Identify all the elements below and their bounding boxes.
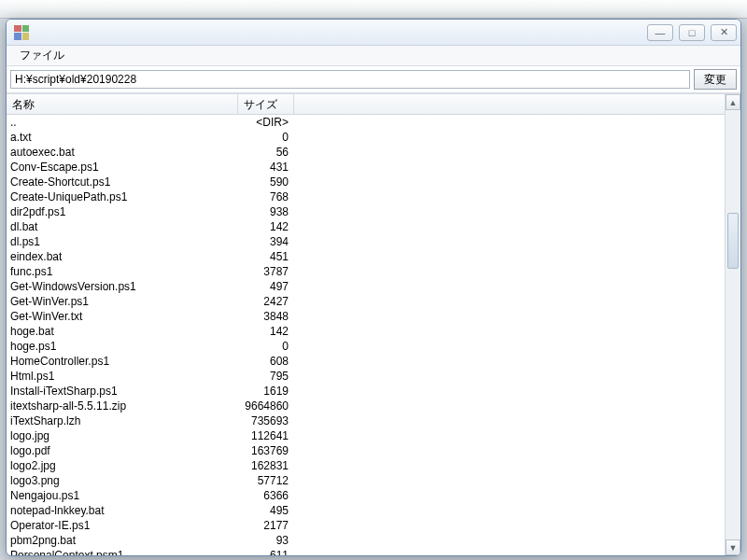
column-header-size[interactable]: サイズ — [238, 94, 294, 114]
file-name-cell: dl.bat — [7, 219, 238, 234]
file-name-cell: dl.ps1 — [7, 234, 238, 249]
file-list-area: 名称 サイズ ..<DIR>a.txt0autoexec.bat56Conv-E… — [7, 93, 740, 555]
file-size-cell: 9664860 — [238, 399, 294, 413]
file-row[interactable]: Create-UniquePath.ps1768 — [7, 189, 725, 204]
file-row[interactable]: a.txt0 — [7, 130, 725, 145]
scroll-down-arrow-icon[interactable]: ▼ — [726, 539, 740, 555]
file-size-cell: 142 — [238, 324, 294, 339]
file-name-cell: Nengajou.ps1 — [7, 488, 238, 503]
file-name-cell: HomeController.ps1 — [7, 354, 238, 369]
file-row[interactable]: Get-WinVer.ps12427 — [7, 294, 725, 309]
vertical-scrollbar[interactable]: ▲ ▼ — [725, 94, 740, 555]
file-size-cell: 590 — [238, 175, 294, 189]
file-row[interactable]: Conv-Escape.ps1431 — [7, 160, 725, 175]
file-size-cell: 938 — [238, 204, 294, 219]
file-size-cell: 162831 — [238, 458, 294, 473]
file-name-cell: logo.pdf — [7, 443, 238, 458]
scroll-track[interactable] — [726, 110, 740, 539]
file-name-cell: PersonalContext.psm1 — [7, 548, 238, 555]
file-row[interactable]: HomeController.ps1608 — [7, 354, 725, 369]
change-button[interactable]: 変更 — [694, 69, 737, 90]
file-row[interactable]: ..<DIR> — [7, 115, 725, 130]
file-size-cell: <DIR> — [238, 115, 294, 130]
file-size-cell: 497 — [238, 279, 294, 294]
file-size-cell: 93 — [238, 533, 294, 548]
file-size-cell: 1619 — [238, 384, 294, 399]
file-name-cell: Conv-Escape.ps1 — [7, 160, 238, 175]
file-row[interactable]: dl.ps1394 — [7, 234, 725, 249]
file-name-cell: .. — [7, 115, 238, 130]
file-size-cell: 611 — [238, 548, 294, 555]
minimize-button[interactable]: — — [647, 24, 673, 41]
file-size-cell: 57712 — [238, 473, 294, 488]
file-name-cell: func.ps1 — [7, 264, 238, 279]
file-row[interactable]: Nengajou.ps16366 — [7, 488, 725, 503]
file-row[interactable]: autoexec.bat56 — [7, 145, 725, 160]
file-size-cell: 735693 — [238, 413, 294, 428]
file-name-cell: Install-iTextSharp.ps1 — [7, 384, 238, 399]
file-size-cell: 56 — [238, 145, 294, 160]
file-row[interactable]: iTextSharp.lzh735693 — [7, 413, 725, 428]
file-row[interactable]: Get-WinVer.txt3848 — [7, 309, 725, 324]
file-size-cell: 0 — [238, 130, 294, 145]
file-row[interactable]: dl.bat142 — [7, 219, 725, 234]
file-size-cell: 394 — [238, 234, 294, 249]
menubar: ファイル — [7, 46, 740, 66]
file-name-cell: Get-WinVer.ps1 — [7, 294, 238, 309]
file-size-cell: 2427 — [238, 294, 294, 309]
file-row[interactable]: hoge.bat142 — [7, 324, 725, 339]
browser-chrome-bar — [0, 0, 747, 19]
file-row[interactable]: Install-iTextSharp.ps11619 — [7, 384, 725, 399]
file-row[interactable]: Operator-IE.ps12177 — [7, 518, 725, 533]
file-row[interactable]: itextsharp-all-5.5.11.zip9664860 — [7, 399, 725, 413]
file-name-cell: a.txt — [7, 130, 238, 145]
file-row[interactable]: Html.ps1795 — [7, 369, 725, 384]
column-header-name[interactable]: 名称 — [7, 94, 238, 114]
file-row[interactable]: logo3.png57712 — [7, 473, 725, 488]
file-listview[interactable]: 名称 サイズ ..<DIR>a.txt0autoexec.bat56Conv-E… — [7, 94, 725, 555]
column-header-row: 名称 サイズ — [7, 94, 725, 115]
file-row[interactable]: dir2pdf.ps1938 — [7, 204, 725, 219]
column-header-spacer — [294, 94, 725, 114]
scroll-thumb[interactable] — [727, 213, 739, 269]
file-size-cell: 0 — [238, 339, 294, 354]
file-size-cell: 495 — [238, 503, 294, 518]
file-row[interactable]: eindex.bat451 — [7, 249, 725, 264]
file-row[interactable]: logo.pdf163769 — [7, 443, 725, 458]
maximize-button[interactable]: □ — [679, 24, 705, 41]
path-input[interactable] — [10, 70, 690, 89]
file-row[interactable]: logo2.jpg162831 — [7, 458, 725, 473]
file-size-cell: 112641 — [238, 428, 294, 443]
file-name-cell: eindex.bat — [7, 249, 238, 264]
menu-file[interactable]: ファイル — [12, 46, 72, 65]
file-row[interactable]: logo.jpg112641 — [7, 428, 725, 443]
file-size-cell: 431 — [238, 160, 294, 175]
file-name-cell: logo.jpg — [7, 428, 238, 443]
file-size-cell: 768 — [238, 189, 294, 204]
close-button[interactable]: ✕ — [711, 24, 737, 41]
file-name-cell: itextsharp-all-5.5.11.zip — [7, 399, 238, 413]
file-size-cell: 795 — [238, 369, 294, 384]
file-name-cell: autoexec.bat — [7, 145, 238, 160]
file-row[interactable]: PersonalContext.psm1611 — [7, 548, 725, 555]
file-size-cell: 142 — [238, 219, 294, 234]
file-row[interactable]: hoge.ps10 — [7, 339, 725, 354]
file-size-cell: 451 — [238, 249, 294, 264]
file-row[interactable]: pbm2png.bat93 — [7, 533, 725, 548]
titlebar: — □ ✕ — [7, 20, 740, 46]
file-size-cell: 2177 — [238, 518, 294, 533]
file-name-cell: pbm2png.bat — [7, 533, 238, 548]
file-size-cell: 608 — [238, 354, 294, 369]
file-row[interactable]: Get-WindowsVersion.ps1497 — [7, 279, 725, 294]
file-row[interactable]: notepad-lnkkey.bat495 — [7, 503, 725, 518]
app-window: — □ ✕ ファイル 変更 名称 サイズ ..<DIR>a.txt0autoex… — [6, 19, 741, 556]
file-name-cell: logo2.jpg — [7, 458, 238, 473]
file-name-cell: notepad-lnkkey.bat — [7, 503, 238, 518]
scroll-up-arrow-icon[interactable]: ▲ — [726, 94, 740, 110]
file-row[interactable]: func.ps13787 — [7, 264, 725, 279]
file-size-cell: 163769 — [238, 443, 294, 458]
file-row[interactable]: Create-Shortcut.ps1590 — [7, 175, 725, 189]
file-name-cell: Get-WinVer.txt — [7, 309, 238, 324]
app-icon — [14, 25, 29, 40]
file-name-cell: Operator-IE.ps1 — [7, 518, 238, 533]
